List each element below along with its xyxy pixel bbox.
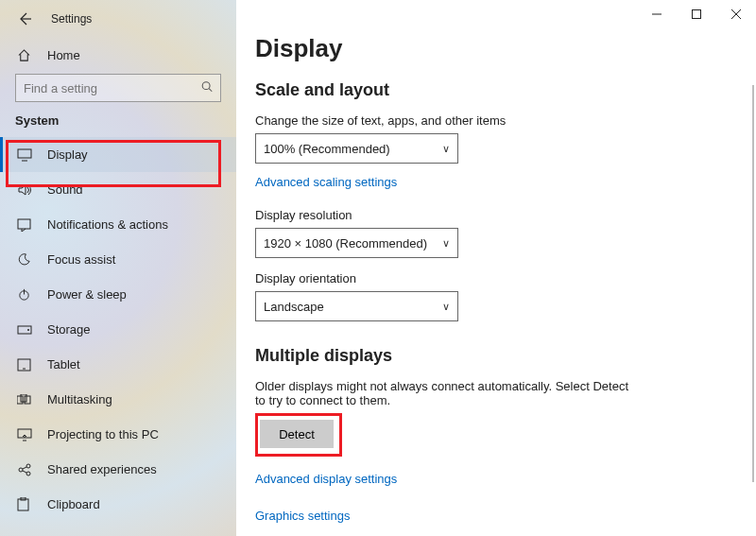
section-scale: Scale and layout xyxy=(255,80,730,100)
sidebar-item-focus-assist[interactable]: Focus assist xyxy=(0,242,236,277)
sidebar-item-tablet[interactable]: Tablet xyxy=(0,347,236,382)
sound-icon xyxy=(17,183,34,197)
sidebar-item-label: Power & sleep xyxy=(47,287,127,302)
maximize-button[interactable] xyxy=(677,0,716,28)
svg-line-1 xyxy=(209,89,212,92)
svg-rect-2 xyxy=(18,149,31,158)
link-advanced-scaling[interactable]: Advanced scaling settings xyxy=(255,175,397,189)
sidebar-category: System xyxy=(0,110,236,137)
app-title: Settings xyxy=(51,12,92,26)
highlight-detect: Detect xyxy=(255,413,342,457)
svg-rect-13 xyxy=(25,396,30,404)
tablet-icon xyxy=(17,358,34,372)
orientation-combo[interactable]: Landscape ∨ xyxy=(255,291,458,321)
sidebar-item-label: Display xyxy=(47,147,88,162)
svg-rect-12 xyxy=(21,394,26,402)
page-title: Display xyxy=(255,34,730,63)
resolution-value: 1920 × 1080 (Recommended) xyxy=(264,236,427,251)
svg-line-18 xyxy=(23,467,26,469)
svg-point-15 xyxy=(19,468,23,472)
svg-rect-23 xyxy=(693,10,701,19)
focus-assist-icon xyxy=(17,252,34,267)
scale-value: 100% (Recommended) xyxy=(264,142,390,156)
scale-combo[interactable]: 100% (Recommended) ∨ xyxy=(255,133,458,164)
power-icon xyxy=(17,287,34,302)
sidebar-item-label: Sound xyxy=(47,182,83,197)
svg-rect-20 xyxy=(18,499,28,510)
sidebar-item-storage[interactable]: Storage xyxy=(0,312,236,347)
scale-label: Change the size of text, apps, and other… xyxy=(255,113,730,128)
sidebar-item-label: Storage xyxy=(47,322,91,337)
clipboard-icon xyxy=(17,497,34,511)
sidebar-item-multitasking[interactable]: Multitasking xyxy=(0,382,236,417)
svg-point-16 xyxy=(26,464,30,468)
sidebar: Settings Home System Display xyxy=(0,0,236,536)
back-button[interactable] xyxy=(13,8,36,30)
orientation-value: Landscape xyxy=(264,300,324,314)
sidebar-item-shared[interactable]: Shared experiences xyxy=(0,452,236,487)
sidebar-item-label: Notifications & actions xyxy=(47,217,168,232)
scrollbar[interactable] xyxy=(752,85,754,482)
resolution-label: Display resolution xyxy=(255,208,730,222)
sidebar-item-display[interactable]: Display xyxy=(0,137,236,172)
search-input[interactable] xyxy=(15,74,221,102)
sidebar-home[interactable]: Home xyxy=(0,38,236,72)
link-advanced-display[interactable]: Advanced display settings xyxy=(255,472,397,486)
svg-point-0 xyxy=(202,82,210,90)
svg-rect-11 xyxy=(17,396,23,404)
home-icon xyxy=(17,48,34,62)
sidebar-item-clipboard[interactable]: Clipboard xyxy=(0,487,236,522)
svg-line-19 xyxy=(23,471,26,473)
notifications-icon xyxy=(17,218,34,232)
search-icon xyxy=(200,80,214,96)
chevron-down-icon: ∨ xyxy=(442,143,450,155)
svg-point-17 xyxy=(26,472,30,475)
minimize-button[interactable] xyxy=(637,0,677,28)
sidebar-item-label: Multitasking xyxy=(47,392,112,406)
orientation-label: Display orientation xyxy=(255,271,730,285)
svg-rect-4 xyxy=(18,219,30,229)
multitasking-icon xyxy=(17,394,34,406)
sidebar-item-label: Clipboard xyxy=(47,497,100,511)
shared-icon xyxy=(17,463,34,476)
window-controls xyxy=(637,0,756,28)
storage-icon xyxy=(17,325,34,335)
main-content: Display Scale and layout Change the size… xyxy=(236,0,756,536)
detect-button[interactable]: Detect xyxy=(260,420,334,448)
chevron-down-icon: ∨ xyxy=(442,301,450,313)
sidebar-item-notifications[interactable]: Notifications & actions xyxy=(0,207,236,242)
multi-desc: Older displays might not always connect … xyxy=(255,379,633,407)
sidebar-item-projecting[interactable]: Projecting to this PC xyxy=(0,417,236,452)
projecting-icon xyxy=(17,428,34,441)
sidebar-item-label: Projecting to this PC xyxy=(47,427,159,441)
section-multiple-displays: Multiple displays xyxy=(255,346,730,366)
chevron-down-icon: ∨ xyxy=(442,237,450,250)
sidebar-item-label: Tablet xyxy=(47,357,80,372)
resolution-combo[interactable]: 1920 × 1080 (Recommended) ∨ xyxy=(255,228,458,258)
sidebar-item-power[interactable]: Power & sleep xyxy=(0,277,236,312)
close-button[interactable] xyxy=(716,0,756,28)
sidebar-item-label: Focus assist xyxy=(47,252,115,267)
home-label: Home xyxy=(47,48,80,62)
display-icon xyxy=(17,148,34,162)
svg-point-8 xyxy=(27,329,29,331)
link-graphics[interactable]: Graphics settings xyxy=(255,509,350,523)
sidebar-item-label: Shared experiences xyxy=(47,462,157,476)
sidebar-item-sound[interactable]: Sound xyxy=(0,172,236,207)
